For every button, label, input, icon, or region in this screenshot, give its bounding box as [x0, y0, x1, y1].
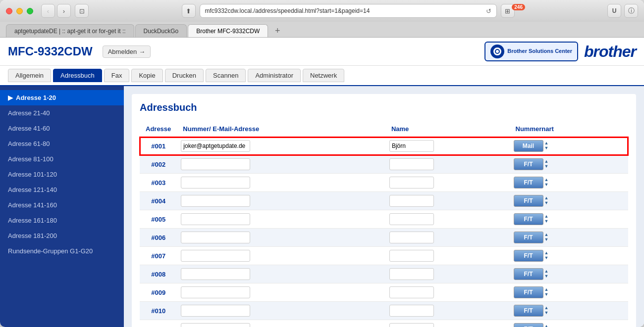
sidebar-item-2[interactable]: Adresse 41-60 [0, 121, 124, 136]
address-bar[interactable]: mfc9332cdw.local./address/speeddial.html… [200, 4, 497, 18]
row-2-email-input[interactable] [181, 177, 250, 188]
row-2-name-input[interactable] [389, 177, 434, 188]
row-8-type-arrows[interactable]: ▲▼ [544, 287, 549, 297]
solutions-center-button[interactable]: Brother Solutions Center [484, 42, 578, 61]
row-6-type-select[interactable]: F/TFaxMail [514, 250, 543, 262]
forward-button[interactable]: › [57, 4, 71, 18]
row-9-type-select[interactable]: F/TFaxMail [514, 305, 543, 317]
row-3-name-cell [385, 192, 510, 210]
row-8-email-input[interactable] [181, 286, 250, 298]
info-button[interactable]: ⓘ [624, 4, 638, 18]
nav-tab-fax[interactable]: Fax [104, 69, 130, 82]
fullscreen-button[interactable] [27, 8, 33, 14]
back-button[interactable]: ‹ [41, 4, 55, 18]
sidebar-label-8: Adresse 161-180 [8, 217, 57, 224]
row-2-type-arrows[interactable]: ▲▼ [544, 178, 549, 187]
row-9-type-arrows[interactable]: ▲▼ [544, 306, 549, 316]
brother-logo: brother [584, 43, 636, 61]
row-8-type-select[interactable]: F/TFaxMail [514, 286, 543, 298]
solutions-icon [490, 45, 504, 58]
row-3-email-input[interactable] [181, 195, 250, 207]
row-5-email-cell [177, 229, 385, 247]
row-5-name-cell [385, 229, 510, 247]
tab-2[interactable]: Brother MFC-9332CDW [188, 24, 268, 37]
sidebar-item-8[interactable]: Adresse 161-180 [0, 213, 124, 228]
table-row: #004F/TFaxMail▲▼ [140, 192, 628, 210]
row-7-name-input[interactable] [389, 268, 434, 280]
table-row: #008F/TFaxMail▲▼ [140, 265, 628, 283]
sidebar-item-7[interactable]: Adresse 141-160 [0, 197, 124, 213]
nav-tab-allgemein[interactable]: Allgemein [8, 69, 51, 82]
sidebar-item-6[interactable]: Adresse 121-140 [0, 182, 124, 197]
tab-0[interactable]: aptgetupdateDE | :: apt-get it or for-ge… [6, 24, 134, 37]
row-9-name-input[interactable] [389, 305, 434, 317]
row-6-email-input[interactable] [181, 250, 250, 262]
row-7-type-select[interactable]: F/TFaxMail [514, 268, 543, 280]
row-9-email-input[interactable] [181, 305, 250, 317]
sidebar-item-3[interactable]: Adresse 61-80 [0, 136, 124, 151]
nav-tab-administrator[interactable]: Administrator [248, 69, 301, 82]
sidebar-toggle-button[interactable]: ⊡ [75, 4, 89, 18]
reload-button[interactable]: ↺ [486, 7, 491, 15]
row-0-email-input[interactable] [181, 140, 250, 152]
nav-tab-adressbuch[interactable]: Adressbuch [53, 69, 102, 82]
row-3-type-select[interactable]: F/TFaxMail [514, 195, 543, 207]
nav-tab-scannen[interactable]: Scannen [206, 69, 246, 82]
row-8-name-cell [385, 283, 510, 302]
row-1-type-select[interactable]: F/TFaxMail [514, 158, 543, 170]
row-0-name-input[interactable] [389, 140, 434, 152]
row-3-type-arrows[interactable]: ▲▼ [544, 196, 549, 206]
row-10-type-arrows[interactable]: ▲▼ [544, 324, 549, 327]
sidebar-item-9[interactable]: Adresse 181-200 [0, 228, 124, 243]
minimize-button[interactable] [16, 8, 23, 14]
row-3-num: #004 [140, 192, 177, 210]
row-9-num: #010 [140, 302, 177, 320]
profile-button[interactable]: U [607, 4, 621, 18]
sidebar-label-4: Adresse 81-100 [8, 155, 54, 163]
sidebar-item-5[interactable]: Adresse 101-120 [0, 167, 124, 182]
new-tab-button[interactable]: + [271, 24, 284, 37]
sidebar-label-6: Adresse 121-140 [8, 186, 57, 193]
row-7-type-arrows[interactable]: ▲▼ [544, 269, 549, 279]
row-6-name-input[interactable] [389, 250, 434, 262]
row-0-num: #001 [140, 137, 177, 155]
row-5-email-input[interactable] [181, 232, 250, 243]
row-1-type-arrows[interactable]: ▲▼ [544, 159, 549, 169]
row-7-email-input[interactable] [181, 268, 250, 280]
row-5-name-input[interactable] [389, 232, 434, 243]
sidebar-label-10: Rundsende-Gruppen G1-G20 [8, 247, 93, 255]
row-10-type-select[interactable]: F/TFaxMail [514, 323, 543, 327]
row-10-email-input[interactable] [181, 323, 250, 327]
row-2-type-cell: F/TFaxMail▲▼ [510, 174, 629, 192]
row-2-type-select[interactable]: F/TFaxMail [514, 177, 543, 188]
row-4-name-input[interactable] [389, 213, 434, 225]
row-4-type-select[interactable]: F/TFaxMail [514, 213, 543, 225]
row-9-name-cell [385, 302, 510, 320]
nav-tab-kopie[interactable]: Kopie [131, 69, 162, 82]
logout-button[interactable]: Abmelden → [103, 46, 151, 58]
tab-1[interactable]: DuckDuckGo [135, 24, 187, 37]
share-button[interactable]: ⬆ [182, 4, 196, 18]
nav-tab-netzwerk[interactable]: Netzwerk [303, 69, 344, 82]
row-10-num: #011 [140, 320, 177, 327]
nav-tab-drucken[interactable]: Drucken [165, 69, 204, 82]
sidebar-item-4[interactable]: Adresse 81-100 [0, 151, 124, 167]
sidebar-item-0[interactable]: ▶ Adresse 1-20 [0, 90, 124, 105]
row-10-name-input[interactable] [389, 323, 434, 327]
row-0-type-select[interactable]: MailF/TFax [514, 140, 543, 152]
row-0-type-arrows[interactable]: ▲▼ [544, 141, 549, 151]
table-row: #001MailF/TFax▲▼ [140, 137, 628, 155]
row-4-email-input[interactable] [181, 213, 250, 225]
row-5-type-arrows[interactable]: ▲▼ [544, 233, 549, 242]
row-1-email-input[interactable] [181, 158, 250, 170]
row-3-name-input[interactable] [389, 195, 434, 207]
row-6-type-arrows[interactable]: ▲▼ [544, 251, 549, 261]
sidebar-item-1[interactable]: Adresse 21-40 [0, 105, 124, 121]
row-4-type-arrows[interactable]: ▲▼ [544, 214, 549, 224]
row-5-type-select[interactable]: F/TFaxMail [514, 232, 543, 243]
sidebar-label-3: Adresse 61-80 [8, 140, 50, 147]
row-8-name-input[interactable] [389, 286, 434, 298]
row-1-name-input[interactable] [389, 158, 434, 170]
sidebar-item-10[interactable]: Rundsende-Gruppen G1-G20 [0, 243, 124, 259]
close-button[interactable] [6, 8, 12, 14]
